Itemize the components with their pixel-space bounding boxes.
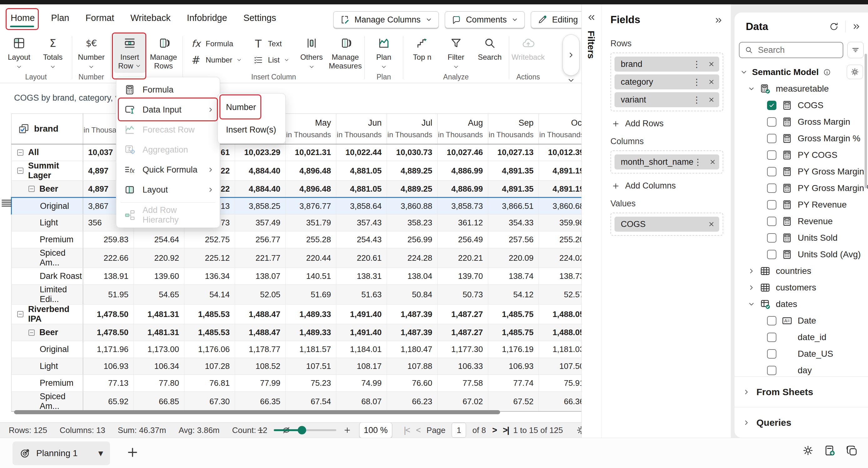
row-label-cell[interactable]: Premium: [11, 375, 83, 392]
row-label-cell[interactable]: All: [11, 144, 83, 161]
cell[interactable]: 54.12: [488, 285, 539, 305]
ribbon-number-button[interactable]: #Number: [190, 54, 242, 66]
row-label-cell[interactable]: Dark Roast: [11, 268, 83, 285]
cell[interactable]: 50.84: [387, 285, 438, 305]
cell[interactable]: 357.49: [235, 215, 286, 231]
add-columns-button[interactable]: Add Columns: [612, 181, 723, 191]
checkbox[interactable]: [767, 150, 776, 160]
filter-fields-button[interactable]: [847, 42, 864, 58]
cell[interactable]: 220.92: [134, 248, 184, 268]
cell[interactable]: 10,023.29: [235, 144, 286, 161]
tree-field-date-id[interactable]: date_id: [735, 329, 868, 345]
cell[interactable]: 3,876.77: [286, 197, 336, 215]
tree-field-units-sold-avg[interactable]: Units Sold (Avg): [735, 246, 868, 262]
cell[interactable]: 10,027.13: [488, 144, 539, 161]
cell[interactable]: 3,858.73: [438, 197, 488, 215]
ribbon-formula-button[interactable]: fxFormula: [190, 38, 242, 50]
zoom-out-button[interactable]: [256, 426, 265, 434]
cell[interactable]: 1,177.30: [438, 341, 488, 358]
cell[interactable]: 138.73: [539, 268, 582, 285]
cell[interactable]: 1,181.03: [539, 341, 582, 358]
cell[interactable]: 75.23: [286, 375, 336, 392]
cell[interactable]: 10,022.44: [336, 144, 387, 161]
row-label-cell[interactable]: Spiced Am...: [11, 248, 83, 268]
ribbon-text-button[interactable]: TText: [253, 38, 289, 50]
cell[interactable]: 1,176.19: [488, 341, 539, 358]
pill-remove-icon[interactable]: [708, 221, 715, 227]
cell[interactable]: 1,481.31: [134, 324, 184, 341]
chevron-right-icon[interactable]: [748, 284, 755, 291]
pill-remove-icon[interactable]: [709, 158, 716, 165]
row-label-cell[interactable]: Spiced Am...: [11, 392, 83, 412]
table-row-original-11[interactable]: Original1,171.961,173.001,176.061,178.77…: [11, 341, 582, 358]
cell[interactable]: 65.92: [83, 392, 134, 412]
table-row-riverbend-ipa-9[interactable]: Riverbend IPA1,478.501,481.311,485.531,4…: [11, 305, 582, 324]
page-number-input[interactable]: 1: [452, 423, 466, 438]
cell[interactable]: 1,176.06: [184, 341, 235, 358]
expand-panel-icon[interactable]: [852, 22, 861, 31]
cell[interactable]: 220.09: [488, 248, 539, 268]
column-header-oct[interactable]: Octin Thousands: [539, 114, 582, 144]
ribbon-list-button[interactable]: List: [253, 54, 289, 66]
chevron-right-icon[interactable]: [748, 267, 755, 275]
tree-field-units-sold[interactable]: Units Sold: [735, 229, 868, 246]
table-row-beer-10[interactable]: Beer1,478.501,481.311,485.531,488.471,48…: [11, 324, 582, 341]
cell[interactable]: 66.85: [134, 392, 184, 412]
table-row-light-12[interactable]: Light106.93106.34107.28108.52107.51108.1…: [11, 358, 582, 375]
cell[interactable]: 4,889.25: [387, 181, 438, 197]
cell[interactable]: 224.02: [539, 248, 582, 268]
tree-node-customers[interactable]: customers: [735, 279, 868, 296]
cell[interactable]: 256.49: [438, 231, 488, 248]
tree-field-revenue[interactable]: Revenue: [735, 213, 868, 229]
cell[interactable]: 4,896.48: [286, 181, 336, 197]
tab-settings[interactable]: Settings: [243, 11, 277, 24]
chevron-right-icon[interactable]: [743, 419, 750, 427]
ribbon-insert-row-button[interactable]: InsertRow: [114, 33, 146, 73]
cell[interactable]: 4,896.48: [286, 161, 336, 181]
cell[interactable]: 1,487.27: [438, 305, 488, 324]
tab-format[interactable]: Format: [85, 11, 115, 24]
tree-field-date[interactable]: A=Date: [735, 312, 868, 329]
tree-field-py-gross-margin[interactable]: PY Gross Margin: [735, 163, 868, 180]
ribbon-top-n-button[interactable]: Top n: [406, 33, 438, 73]
tree-field-py-gross-margin[interactable]: PY Gross Margin %: [735, 180, 868, 196]
cell[interactable]: 1,489.33: [286, 305, 336, 324]
cell[interactable]: 4,881.05: [336, 161, 387, 181]
cell[interactable]: 67.52: [488, 392, 539, 412]
cell[interactable]: 76.81: [184, 375, 235, 392]
ribbon-plan-button[interactable]: Plan: [368, 33, 400, 73]
pill-more-icon[interactable]: ⋮: [693, 157, 702, 167]
cell[interactable]: 224.28: [387, 248, 438, 268]
cell[interactable]: 255.28: [286, 231, 336, 248]
cell[interactable]: 1,485.75: [488, 305, 539, 324]
cell[interactable]: 52.05: [235, 285, 286, 305]
checkbox[interactable]: [767, 316, 776, 325]
cell[interactable]: 138.74: [488, 268, 539, 285]
cell[interactable]: 1,488.47: [235, 324, 286, 341]
submenu-item-insert-row-s[interactable]: Insert Row(s): [218, 119, 285, 141]
cell[interactable]: 257.56: [488, 231, 539, 248]
ribbon-scroll-next-button[interactable]: [563, 34, 580, 76]
ribbon-writeback-button[interactable]: Writeback: [512, 33, 544, 73]
menu-item-data-input[interactable]: Data Input: [116, 100, 220, 120]
comments-button[interactable]: Comments: [445, 11, 525, 28]
pill-remove-icon[interactable]: [708, 79, 715, 85]
cell[interactable]: 1,485.53: [184, 324, 235, 341]
cell[interactable]: 256.77: [235, 231, 286, 248]
pill-more-icon[interactable]: ⋮: [692, 77, 701, 87]
checkbox[interactable]: [767, 117, 776, 127]
cell[interactable]: 68.07: [336, 392, 387, 412]
cell[interactable]: 361.12: [438, 215, 488, 231]
cell[interactable]: 77.80: [134, 375, 184, 392]
search-input[interactable]: Search: [739, 42, 843, 58]
table-row-spiced-am-6[interactable]: Spiced Am...222.66220.92225.12221.77220.…: [11, 248, 582, 268]
row-label-cell[interactable]: Beer: [11, 324, 83, 341]
cell[interactable]: 1,171.96: [83, 341, 134, 358]
cell[interactable]: 1,178.77: [235, 341, 286, 358]
table-row-all-0[interactable]: All10,0376110,023.2910,021.3110,022.4410…: [11, 144, 582, 161]
row-label-cell[interactable]: Beer: [11, 181, 83, 197]
cell[interactable]: 10,027.46: [438, 144, 488, 161]
cell[interactable]: 351.79: [286, 215, 336, 231]
ribbon-layout-button[interactable]: Layout: [3, 33, 35, 73]
cell[interactable]: 139.70: [438, 268, 488, 285]
